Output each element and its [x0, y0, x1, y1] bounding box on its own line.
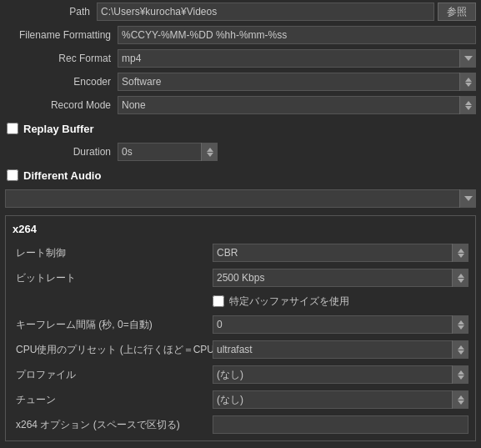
x264-options-field	[213, 415, 468, 434]
settings-container: Path 参照 Filename Formatting Rec Format m…	[0, 0, 481, 448]
x264-title: x264	[9, 219, 472, 240]
use-buffer-label: 特定バッファサイズを使用	[229, 294, 349, 309]
cpu-preset-label: CPU使用のプリセット (上に行くほど＝CPU使用低い)	[13, 343, 213, 357]
encoder-row: Encoder Software Hardware (NVENC)	[0, 70, 481, 93]
browse-button[interactable]: 参照	[438, 3, 476, 21]
profile-label: プロファイル	[13, 368, 213, 382]
rate-control-row: レート制御 CBR VBR ABR CRF	[9, 240, 472, 265]
keyframe-row: キーフレーム間隔 (秒, 0=自動)	[9, 312, 472, 337]
path-input[interactable]	[97, 3, 434, 21]
encoder-label: Encoder	[5, 76, 118, 88]
replay-buffer-title: Replay Buffer	[23, 123, 94, 135]
bitrate-input[interactable]	[213, 269, 468, 287]
cpu-preset-select[interactable]: ultrafast superfast veryfast faster fast…	[213, 340, 468, 359]
path-label: Path	[5, 6, 97, 18]
source-select[interactable]	[5, 189, 476, 208]
duration-label: Duration	[5, 146, 118, 158]
rec-format-select[interactable]: mp4 mkv flv ts	[118, 49, 476, 68]
record-mode-wrapper: None Same as stream	[118, 96, 476, 114]
rec-format-wrapper: mp4 mkv flv ts	[118, 49, 476, 68]
use-buffer-checkbox[interactable]	[213, 295, 224, 307]
tune-label: チューン	[13, 393, 213, 407]
replay-buffer-checkbox[interactable]	[7, 123, 18, 134]
tune-select[interactable]: (なし) film animation grain	[213, 390, 468, 409]
rate-control-label: レート制御	[13, 246, 213, 260]
keyframe-field	[213, 315, 468, 334]
duration-wrapper	[118, 143, 218, 161]
bitrate-row: ビットレート	[9, 265, 472, 290]
record-mode-label: Record Mode	[5, 99, 118, 111]
profile-select[interactable]: (なし) baseline main high	[213, 365, 468, 384]
use-buffer-row: 特定バッファサイズを使用	[9, 290, 472, 312]
tune-row: チューン (なし) film animation grain	[9, 387, 472, 412]
bitrate-field	[213, 269, 468, 287]
encoder-select[interactable]: Software Hardware (NVENC)	[118, 73, 476, 91]
different-audio-title: Different Audio	[23, 169, 101, 182]
x264-options-input[interactable]	[213, 415, 468, 434]
record-mode-row: Record Mode None Same as stream	[0, 93, 481, 117]
rec-format-row: Rec Format mp4 mkv flv ts	[0, 47, 481, 70]
rec-format-label: Rec Format	[5, 53, 118, 64]
x264-section: x264 レート制御 CBR VBR ABR CRF ビットレート	[5, 215, 476, 441]
profile-field: (なし) baseline main high	[213, 365, 468, 384]
duration-row: Duration	[0, 140, 481, 164]
x264-options-label: x264 オプション (スペースで区切る)	[13, 418, 213, 432]
source-wrapper	[5, 189, 476, 208]
keyframe-input[interactable]	[213, 315, 468, 334]
replay-buffer-header: Replay Buffer	[0, 117, 481, 140]
cpu-preset-field: ultrafast superfast veryfast faster fast…	[213, 340, 468, 359]
encoder-wrapper: Software Hardware (NVENC)	[118, 73, 476, 91]
x264-options-row: x264 オプション (スペースで区切る)	[9, 412, 472, 437]
rate-control-select[interactable]: CBR VBR ABR CRF	[213, 244, 468, 262]
filename-label: Filename Formatting	[5, 29, 118, 41]
filename-input[interactable]	[118, 26, 476, 44]
profile-row: プロファイル (なし) baseline main high	[9, 362, 472, 387]
rate-control-field: CBR VBR ABR CRF	[213, 244, 468, 262]
keyframe-label: キーフレーム間隔 (秒, 0=自動)	[13, 318, 213, 332]
bitrate-label: ビットレート	[13, 271, 213, 285]
filename-row: Filename Formatting	[0, 23, 481, 47]
tune-field: (なし) film animation grain	[213, 390, 468, 409]
record-mode-select[interactable]: None Same as stream	[118, 96, 476, 114]
different-audio-header: Different Audio	[0, 164, 481, 187]
cpu-preset-row: CPU使用のプリセット (上に行くほど＝CPU使用低い) ultrafast s…	[9, 337, 472, 362]
path-row: Path 参照	[0, 0, 481, 23]
different-audio-checkbox[interactable]	[7, 169, 18, 181]
source-row	[0, 187, 481, 210]
duration-input[interactable]	[118, 143, 218, 161]
